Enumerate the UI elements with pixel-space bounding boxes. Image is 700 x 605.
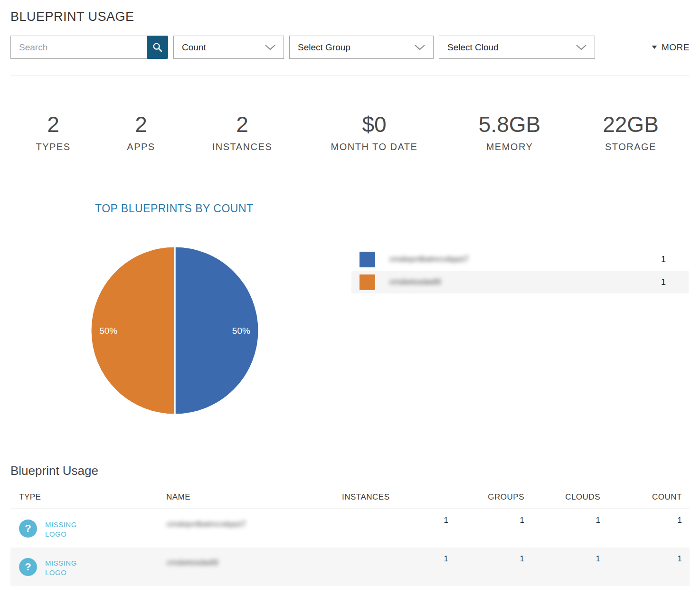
- stat-memory: 5.8GB MEMORY: [479, 113, 540, 152]
- count-select-value: Count: [182, 42, 206, 53]
- stat-value: 2: [36, 113, 70, 137]
- pie-slice-percent: 50%: [99, 326, 117, 336]
- legend-swatch-orange: [359, 274, 375, 290]
- count-value: 1: [608, 509, 690, 548]
- missing-logo-icon: ?: [19, 558, 37, 576]
- legend-count: 1: [661, 277, 666, 287]
- groups-value: 1: [456, 509, 532, 548]
- stat-label: INSTANCES: [212, 142, 272, 152]
- search-input[interactable]: [10, 36, 148, 59]
- top-blueprints-chart-section: TOP BLUEPRINTS BY COUNT 50%50% cmsbqvnlb…: [0, 173, 700, 458]
- instances-value: 1: [342, 548, 456, 586]
- col-header-clouds: CLOUDS: [532, 492, 608, 509]
- table-header-row: TYPE NAME INSTANCES GROUPS CLOUDS COUNT: [10, 492, 690, 509]
- col-header-count: COUNT: [608, 492, 690, 509]
- stat-instances: 2 INSTANCES: [212, 113, 272, 152]
- more-label: MORE: [662, 42, 690, 53]
- stat-value: 5.8GB: [479, 113, 540, 137]
- page-title: BLUEPRINT USAGE: [10, 9, 690, 24]
- search-group: [10, 36, 168, 59]
- chart-title: TOP BLUEPRINTS BY COUNT: [95, 202, 254, 215]
- table-title: Blueprint Usage: [10, 463, 690, 478]
- missing-logo-label: MISSING LOGO: [45, 520, 86, 539]
- stat-label: STORAGE: [603, 142, 659, 152]
- clouds-value: 1: [532, 509, 608, 548]
- caret-down-icon: [652, 45, 657, 49]
- stat-types: 2 TYPES: [36, 113, 70, 152]
- missing-logo-icon: ?: [19, 520, 37, 538]
- table-row[interactable]: ? MISSING LOGO cmsbqvnlbatmcvdqazt7 1 1 …: [10, 509, 690, 548]
- legend-swatch-blue: [359, 252, 375, 267]
- instances-value: 1: [342, 509, 456, 548]
- stat-value: 2: [127, 113, 155, 137]
- blueprint-usage-table-section: Blueprint Usage TYPE NAME INSTANCES GROU…: [0, 463, 700, 586]
- stat-label: MEMORY: [479, 142, 540, 152]
- stats-row: 2 TYPES 2 APPS 2 INSTANCES $0 MONTH TO D…: [0, 76, 700, 173]
- group-select-value: Select Group: [298, 42, 350, 53]
- chevron-down-icon: [576, 44, 587, 51]
- cloud-select[interactable]: Select Cloud: [439, 36, 595, 59]
- blueprint-usage-table: TYPE NAME INSTANCES GROUPS CLOUDS COUNT …: [10, 492, 690, 586]
- stat-value: $0: [331, 113, 418, 137]
- chevron-down-icon: [265, 44, 276, 51]
- clouds-value: 1: [532, 548, 608, 586]
- stat-label: APPS: [127, 142, 155, 152]
- col-header-groups: GROUPS: [456, 492, 532, 509]
- col-header-type: TYPE: [10, 492, 166, 509]
- cloud-select-value: Select Cloud: [447, 42, 499, 53]
- stat-storage: 22GB STORAGE: [603, 113, 659, 152]
- stat-label: TYPES: [36, 142, 70, 152]
- more-button[interactable]: MORE: [652, 42, 690, 53]
- table-row[interactable]: ? MISSING LOGO cmsbetosdadt9 1 1 1 1: [10, 548, 690, 586]
- legend-label-redacted: cmsbqvnlbatmcvdqazt7: [389, 255, 469, 264]
- stat-month-to-date: $0 MONTH TO DATE: [331, 113, 418, 152]
- pie-slice-percent: 50%: [232, 326, 250, 336]
- count-select[interactable]: Count: [173, 36, 284, 59]
- pie-chart-wrap: 50%50%: [89, 245, 260, 416]
- filter-toolbar: Count Select Group Select Cloud MORE: [10, 36, 690, 59]
- page-header: BLUEPRINT USAGE Count Select Group: [0, 0, 700, 59]
- chevron-down-icon: [414, 44, 426, 51]
- chart-legend: cmsbqvnlbatmcvdqazt7 1 cmsbetosdadt9 1: [351, 248, 689, 293]
- stat-value: 2: [212, 113, 272, 137]
- group-select[interactable]: Select Group: [289, 36, 434, 59]
- count-value: 1: [608, 548, 690, 586]
- missing-logo-label: MISSING LOGO: [45, 558, 86, 578]
- blueprint-type-cell: ? MISSING LOGO: [19, 558, 166, 578]
- stat-label: MONTH TO DATE: [331, 142, 418, 152]
- legend-label-redacted: cmsbetosdadt9: [389, 278, 441, 286]
- col-header-instances: INSTANCES: [342, 492, 456, 509]
- legend-count: 1: [661, 255, 666, 265]
- blueprint-name-redacted: cmsbqvnlbatmcvdqazt7: [167, 520, 246, 529]
- stat-value: 22GB: [603, 113, 659, 137]
- blueprint-name-redacted: cmsbetosdadt9: [167, 558, 218, 567]
- col-header-name: NAME: [166, 492, 342, 509]
- search-icon: [152, 42, 163, 53]
- blueprint-type-cell: ? MISSING LOGO: [19, 520, 166, 539]
- legend-item: cmsbetosdadt9 1: [351, 271, 689, 293]
- pie-chart: 50%50%: [89, 245, 260, 416]
- search-button[interactable]: [147, 36, 168, 59]
- legend-item: cmsbqvnlbatmcvdqazt7 1: [351, 248, 689, 271]
- groups-value: 1: [456, 548, 532, 586]
- stat-apps: 2 APPS: [127, 113, 155, 152]
